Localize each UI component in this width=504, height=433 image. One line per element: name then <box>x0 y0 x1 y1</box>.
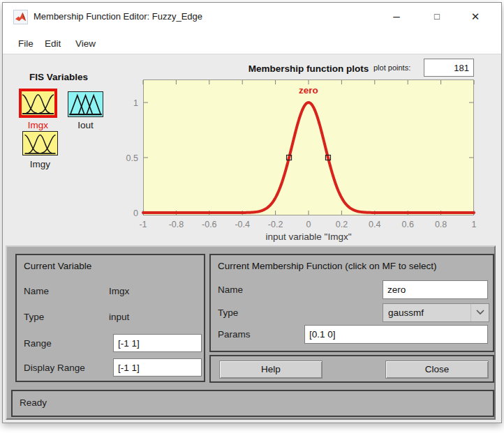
fis-variable-imgx-icon[interactable] <box>19 89 57 118</box>
cv-name-label: Name <box>24 286 49 296</box>
menu-bar: File Edit View <box>3 32 501 54</box>
current-variable-panel: Current Variable Name Imgx Type input Ra… <box>15 254 205 382</box>
membership-plot-svg: -1-0.8-0.6-0.4-0.200.20.40.60.8100.51inp… <box>143 79 474 215</box>
mf-handle-marker[interactable] <box>287 155 292 160</box>
fis-variable-iout-icon[interactable] <box>68 91 103 117</box>
y-tick-label: 0 <box>133 208 138 218</box>
close-button[interactable]: Close <box>385 360 489 379</box>
status-bar: Ready <box>11 390 494 417</box>
mf-params-label: Params <box>218 329 251 340</box>
x-tick-label: 0 <box>306 220 311 229</box>
x-tick-label: -0.4 <box>235 220 250 229</box>
mf-name-label: Name <box>218 284 243 295</box>
plot-points-input[interactable] <box>424 59 474 77</box>
membership-plot-axes[interactable]: -1-0.8-0.6-0.4-0.200.20.40.60.8100.51inp… <box>143 79 474 215</box>
x-tick-label: -0.2 <box>268 220 283 229</box>
maximize-button[interactable]: □ <box>422 3 452 31</box>
menu-file[interactable]: File <box>15 37 36 50</box>
chevron-down-icon <box>470 304 489 321</box>
cv-name-value: Imgx <box>109 286 129 296</box>
mf-handle-marker[interactable] <box>325 155 330 160</box>
fis-variable-imgx-label[interactable]: Imgx <box>19 120 57 130</box>
screenshot-root: Membership Function Editor: Fuzzy_Edge –… <box>0 0 504 433</box>
cv-display-range-label: Display Range <box>24 363 85 373</box>
x-tick-label: -0.8 <box>169 220 184 229</box>
x-tick-label: -0.6 <box>202 220 217 229</box>
x-axis-label: input variable "Imgx" <box>266 231 352 242</box>
mf-type-label: Type <box>218 307 238 318</box>
fis-variable-imgy-icon[interactable] <box>22 131 58 155</box>
x-tick-label: -1 <box>139 220 147 229</box>
app-window: Membership Function Editor: Fuzzy_Edge –… <box>2 2 502 423</box>
x-tick-label: 0.2 <box>336 220 348 229</box>
mf-name-input[interactable] <box>383 280 488 299</box>
help-button[interactable]: Help <box>219 360 323 379</box>
menu-edit[interactable]: Edit <box>42 37 64 50</box>
bottom-controls-section: Current Variable Name Imgx Type input Ra… <box>6 245 496 420</box>
y-tick-label: 1 <box>133 98 138 108</box>
mf-type-dropdown[interactable]: gaussmf <box>383 303 489 322</box>
matlab-logo-icon <box>13 10 28 24</box>
display-range-input[interactable] <box>113 358 202 377</box>
mf-params-input[interactable] <box>304 325 488 344</box>
mf-type-value: gaussmf <box>388 307 424 318</box>
window-title: Membership Function Editor: Fuzzy_Edge <box>34 11 202 22</box>
plot-background[interactable] <box>144 80 474 215</box>
cv-range-label: Range <box>24 338 52 349</box>
fis-variables-heading: FIS Variables <box>29 72 88 82</box>
fis-variable-imgy-label[interactable]: Imgy <box>22 159 58 169</box>
x-tick-label: 0.6 <box>402 220 414 229</box>
fis-variable-iout-label[interactable]: Iout <box>68 120 103 130</box>
x-tick-label: 0.8 <box>435 220 447 229</box>
current-variable-heading: Current Variable <box>24 261 91 271</box>
cv-type-value: input <box>109 312 129 322</box>
x-tick-label: 0.4 <box>369 220 380 229</box>
title-bar[interactable]: Membership Function Editor: Fuzzy_Edge –… <box>3 3 501 32</box>
status-text: Ready <box>20 397 47 408</box>
minimize-button[interactable]: – <box>381 3 412 31</box>
gauss-mf-thumbnail-icon <box>22 91 54 115</box>
range-input[interactable] <box>113 334 202 352</box>
tri-mf-thumbnail-icon <box>68 92 103 116</box>
menu-view[interactable]: View <box>73 37 98 50</box>
mf-curve-label: zero <box>299 85 318 96</box>
help-close-panel: Help Close <box>209 355 494 383</box>
plot-points-label: plot points: <box>373 63 410 72</box>
y-tick-label: 0.5 <box>126 153 138 163</box>
cv-type-label: Type <box>24 312 44 322</box>
current-mf-heading: Current Membership Function (click on MF… <box>218 261 437 271</box>
gauss-mf-thumbnail-icon <box>23 132 57 155</box>
current-mf-panel: Current Membership Function (click on MF… <box>209 254 494 352</box>
close-window-button[interactable]: ✕ <box>460 3 491 31</box>
x-tick-label: 1 <box>472 220 477 229</box>
